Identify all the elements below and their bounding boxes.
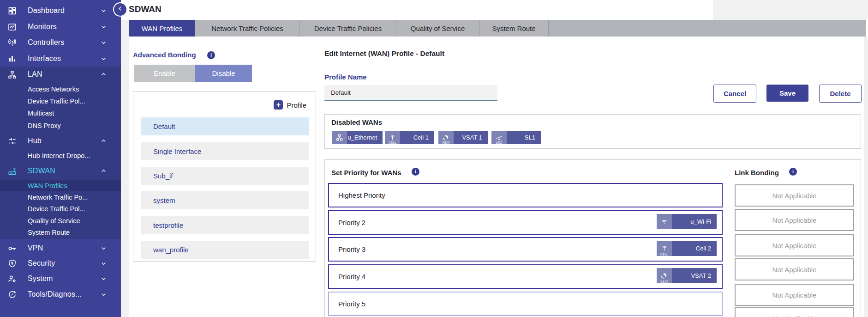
- sidebar-subitem-access-networks[interactable]: Access Networks: [0, 84, 121, 95]
- scrollbar-track[interactable]: [864, 37, 868, 317]
- tools-icon: [7, 289, 17, 299]
- sidebar-subitem-device-traffic-pol[interactable]: Device Traffic Pol...: [0, 96, 121, 107]
- profile-list-item[interactable]: Single Interface: [141, 142, 309, 160]
- wan-chip-vsat-2[interactable]: VSATVSAT 2: [657, 268, 717, 283]
- profile-name-label: Profile Name: [324, 73, 367, 81]
- controllers-icon: [7, 37, 17, 48]
- sidebar-subitem-label: DNS Proxy: [28, 122, 61, 129]
- wan-chip-cell-2[interactable]: CELLCell 2: [657, 241, 717, 256]
- save-button[interactable]: Save: [766, 85, 808, 102]
- priority-row-priority-5[interactable]: Priority 5: [328, 292, 723, 316]
- sidebar-item-vpn[interactable]: VPN: [0, 241, 121, 255]
- disabled-wans-label: Disabled WANs: [331, 118, 382, 126]
- sidebar-subitem-label: Hub Internet Dropo...: [28, 152, 90, 159]
- tab-network-traffic-policies[interactable]: Network Traffic Policies: [195, 20, 300, 37]
- profile-list-item[interactable]: testprofile: [141, 216, 309, 234]
- vpn-icon: [7, 243, 17, 253]
- wan-chip-u-wi-fi[interactable]: u_Wi-Fi: [657, 214, 717, 229]
- sidebar-item-sdwan[interactable]: SDWAN: [0, 164, 121, 178]
- profile-list-item[interactable]: Sub_if: [141, 167, 309, 185]
- priority-row-highest-priority[interactable]: Highest Priority: [328, 183, 723, 207]
- sidebar-item-monitors[interactable]: Monitors: [0, 20, 121, 34]
- chip-caption: VSAT: [438, 141, 454, 144]
- wan-chip-cell-1[interactable]: CELLCell 1: [385, 131, 434, 144]
- chevron-down-icon: [100, 245, 107, 252]
- sidebar-item-label: Hub: [28, 137, 42, 145]
- priority-row-priority-2[interactable]: Priority 2u_Wi-Fi: [328, 210, 723, 235]
- chip-caption: VSAT: [657, 280, 672, 283]
- priority-row-priority-4[interactable]: Priority 4VSATVSAT 2: [328, 264, 723, 289]
- sidebar-subitem-label: Network Traffic Po...: [28, 194, 88, 201]
- link-bonding-label: Link Bonding: [735, 169, 779, 177]
- profile-name-input[interactable]: [324, 85, 497, 101]
- plus-icon: +: [274, 100, 283, 110]
- sidebar-item-system[interactable]: System: [0, 272, 121, 286]
- enable-button[interactable]: Enable: [134, 65, 195, 82]
- sidebar-subitem-label: WAN Profiles: [28, 182, 67, 189]
- delete-button[interactable]: Delete: [819, 85, 862, 103]
- sidebar-item-label: VPN: [28, 244, 43, 252]
- priority-label: Highest Priority: [338, 191, 385, 199]
- sidebar-item-label: LAN: [28, 70, 42, 79]
- wan-chip-vsat-1[interactable]: VSATVSAT 1: [438, 131, 488, 144]
- sidebar-item-label: Controllers: [28, 38, 65, 47]
- chevron-up-icon: [100, 138, 107, 145]
- tab-device-traffic-policies[interactable]: Device Traffic Policies: [300, 20, 396, 37]
- tab-quality-of-service[interactable]: Quality of Service: [396, 20, 479, 37]
- editor-title: Edit Internet (WAN) Profile - Default: [324, 49, 444, 58]
- system-icon: [7, 274, 17, 284]
- profile-list-panel: + Profile DefaultSingle InterfaceSub_ifs…: [133, 91, 316, 262]
- advanced-bonding-toggle: Enable Disable: [134, 65, 252, 82]
- info-icon[interactable]: i: [207, 51, 215, 59]
- profile-name: system: [153, 196, 175, 204]
- chevron-down-icon: [100, 24, 107, 30]
- vsat-icon: VSAT: [657, 268, 672, 283]
- profile-list-item[interactable]: system: [141, 191, 309, 209]
- priority-label: Priority 3: [338, 245, 365, 253]
- sidebar: DashboardMonitorsControllersInterfacesLA…: [0, 0, 121, 317]
- sidebar-item-label: SDWAN: [28, 167, 55, 175]
- sidebar-subitem-quality-of-service[interactable]: Quality of Service: [0, 215, 121, 226]
- chevron-up-icon: [100, 71, 107, 78]
- cancel-button[interactable]: Cancel: [713, 85, 756, 103]
- sidebar-item-security[interactable]: Security: [0, 256, 121, 270]
- sidebar-subitem-label: System Route: [28, 229, 70, 236]
- sidebar-item-lan[interactable]: LAN: [0, 67, 121, 81]
- chip-caption: LEO: [491, 141, 507, 144]
- priority-row-priority-3[interactable]: Priority 3CELLCell 2: [328, 237, 723, 262]
- sidebar-item-interfaces[interactable]: Interfaces: [0, 52, 121, 66]
- tab-system-route[interactable]: System Route: [479, 20, 549, 37]
- info-icon[interactable]: i: [789, 168, 797, 176]
- sidebar-item-hub[interactable]: Hub: [0, 134, 121, 148]
- tab-wan-profiles[interactable]: WAN Profiles: [129, 20, 195, 37]
- sidebar-item-tools-diagnos[interactable]: Tools/Diagnos...: [0, 287, 121, 301]
- chip-label: u_Wi-Fi: [672, 214, 717, 229]
- sidebar-subitem-label: Device Traffic Pol...: [28, 98, 85, 105]
- wan-chip-sl1[interactable]: LEOSL1: [491, 131, 541, 144]
- security-icon: [7, 258, 17, 268]
- vsat-icon: VSAT: [438, 131, 454, 144]
- add-profile-button[interactable]: + Profile: [274, 100, 306, 110]
- sidebar-subitem-multicast[interactable]: Multicast: [0, 108, 121, 119]
- wan-chip-u-ethernet[interactable]: u_Ethernet: [332, 131, 383, 144]
- sidebar-subitem-dns-proxy[interactable]: DNS Proxy: [0, 120, 121, 131]
- interfaces-icon: [7, 54, 17, 64]
- chip-caption: CELL: [657, 253, 672, 256]
- link-bonding-value: Not Applicable: [735, 258, 854, 280]
- sidebar-item-dashboard[interactable]: Dashboard: [0, 4, 121, 18]
- sidebar-collapse-button[interactable]: [114, 3, 126, 16]
- sidebar-subitem-hub-internet-dropo[interactable]: Hub Internet Dropo...: [0, 150, 121, 161]
- info-icon[interactable]: i: [412, 168, 419, 176]
- sidebar-subitem-device-traffic-pol[interactable]: Device Traffic Pol...: [0, 203, 121, 214]
- disable-button[interactable]: Disable: [195, 65, 252, 82]
- leo-icon: LEO: [491, 131, 507, 144]
- sidebar-subitem-wan-profiles[interactable]: WAN Profiles: [0, 180, 121, 191]
- profile-list-item[interactable]: Default: [141, 117, 309, 135]
- sidebar-subitem-network-traffic-po[interactable]: Network Traffic Po...: [0, 192, 121, 203]
- chevron-left-icon: [117, 5, 124, 14]
- chip-label: Cell 2: [672, 241, 717, 256]
- sidebar-item-controllers[interactable]: Controllers: [0, 36, 121, 49]
- sidebar-subitem-system-route[interactable]: System Route: [0, 227, 121, 238]
- dashboard-icon: [7, 6, 17, 16]
- profile-list-item[interactable]: wan_profile: [141, 241, 309, 259]
